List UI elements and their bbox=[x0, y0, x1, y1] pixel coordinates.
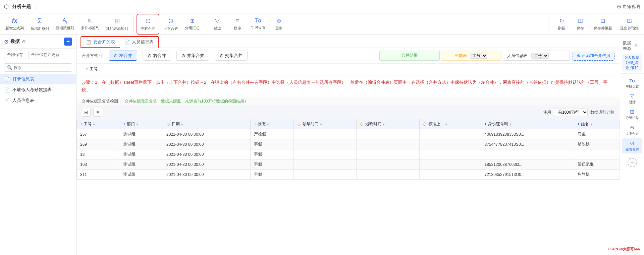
save-update-button[interactable]: ⊡ 保存并更新 bbox=[591, 15, 615, 33]
datasource-item[interactable]: XlS 数据处理_考勤招聘2 bbox=[622, 54, 642, 71]
rs-group-summary[interactable]: ⊞ 分组汇总 bbox=[622, 107, 642, 122]
content-area: 📋 要合并的表 📄 人员信息表 合并方式 ⓘ ⊙ 左合并 bbox=[76, 35, 620, 255]
csdn-watermark: CSDN @大强哥666 bbox=[608, 247, 640, 252]
add-dependency-button[interactable]: ⊕ ⊕ 添加合并依据 bbox=[573, 51, 614, 61]
personnel-table-select[interactable]: 工号 bbox=[531, 53, 549, 59]
save-all-button[interactable]: 全部保存 bbox=[4, 51, 26, 59]
right-merge-button[interactable]: ⊙ 右合并 bbox=[143, 51, 171, 61]
rs-filter[interactable]: ▽ 过滤 bbox=[622, 91, 642, 106]
intersect-merge-button[interactable]: ⊙ 交集合并 bbox=[215, 51, 248, 61]
more-button[interactable]: ☺ 更多 bbox=[270, 15, 288, 33]
top-bar-left: ⬡ 分析主题 ⋮ bbox=[4, 3, 40, 10]
merge-lr-button[interactable]: ⊙ 左右合并 bbox=[138, 15, 158, 33]
table-icon-2: 📄 bbox=[4, 87, 10, 92]
filter-icon-6[interactable]: ▾ bbox=[383, 122, 385, 127]
filter-icon-3[interactable]: ▾ bbox=[181, 122, 183, 127]
search-icon: 🔍 bbox=[7, 65, 12, 70]
grid-view-button[interactable]: ⊞ bbox=[82, 108, 91, 117]
add-summary-button[interactable]: Σ 新增汇总列 bbox=[28, 15, 52, 33]
exit-preview-button[interactable]: ⊡ 退出并预览 bbox=[618, 15, 641, 33]
add-step-button[interactable]: + bbox=[628, 158, 637, 167]
add-other-table-button[interactable]: ⊞ 其他表添加列 bbox=[103, 15, 131, 33]
toolbar-divider-1 bbox=[133, 17, 134, 31]
sigma-icon: Σ bbox=[38, 17, 42, 25]
merge-mode-label: 合并方式 ⓘ bbox=[82, 53, 103, 59]
tab-personnel-info[interactable]: 📄 人员信息表 bbox=[120, 37, 158, 48]
sidebar-item-holiday[interactable]: 📄 不请假人考勤数据表 bbox=[0, 84, 76, 95]
lineage-icon[interactable]: ⊛ 血缘视图 bbox=[617, 3, 640, 10]
field-settings-button[interactable]: To 字段设置 bbox=[248, 15, 268, 33]
current-table-header: 当前表 工号 bbox=[441, 51, 501, 61]
exit-preview-icon: ⊡ bbox=[627, 17, 632, 24]
sidebar-item-personnel[interactable]: 📄 人员信息表 bbox=[0, 95, 76, 106]
add-data-button[interactable]: + bbox=[64, 38, 72, 46]
toolbar-right: ↻ 刷新 ⊡ 保存 ⊡ 保存并更新 ⊡ 退出并预览 bbox=[548, 15, 641, 33]
tab-row: 📋 要合并的表 📄 人员信息表 bbox=[76, 35, 620, 48]
add-dep-area: 合并结果 当前表 工号 人员信息表 工号 bbox=[379, 51, 614, 61]
field-settings-icon: To bbox=[255, 18, 261, 24]
col-header-zui-zao: ⏱ 最早时间 ▾ bbox=[293, 119, 357, 129]
rs-merge-tb[interactable]: ⊖ 上下合并 bbox=[622, 123, 642, 138]
sidebar-title-group: ⊙ 数据 ⊙ bbox=[4, 39, 26, 45]
rs-merge-lr[interactable]: ⊙ 左右合并 bbox=[622, 138, 642, 153]
filter-icon-7[interactable]: ▾ bbox=[445, 122, 447, 127]
datasource-add-icon[interactable]: + bbox=[639, 43, 641, 49]
table-toolbar-left: ⊞ ≡ bbox=[82, 108, 102, 117]
table-row: 311 测试组 2021-04-30 00:00:00 事假 721303527… bbox=[77, 170, 620, 180]
add-dep-icon: ⊕ bbox=[577, 53, 580, 58]
rs-merge-lr-icon: ⊙ bbox=[630, 140, 634, 146]
union-merge-button[interactable]: ⊙ 并集合并 bbox=[176, 51, 209, 61]
time-icon-4: ⏱ bbox=[423, 122, 427, 127]
merge-tb-button[interactable]: ⊖ 上下合并 bbox=[161, 15, 181, 33]
tab-want-merge[interactable]: 📋 要合并的表 bbox=[81, 37, 120, 48]
table-icon-1: 📄 bbox=[4, 76, 10, 82]
search-bar[interactable]: 🔍 bbox=[4, 63, 72, 72]
toolbar-divider-2 bbox=[205, 17, 205, 31]
sort-button[interactable]: ≡ 排序 bbox=[228, 15, 247, 33]
datasource-settings-icon[interactable]: ↺ bbox=[633, 43, 637, 49]
table-header-row: T 工号 ▾ T 部门 ▾ bbox=[77, 119, 620, 129]
col-header-biao-zhun: ⏱ 标准上... ▾ bbox=[419, 119, 481, 129]
formula-icon: fx bbox=[12, 17, 17, 24]
right-merge-icon: ⊙ bbox=[148, 53, 152, 58]
filter-icon-2[interactable]: ▾ bbox=[136, 122, 138, 127]
left-merge-button[interactable]: ⊙ 左合并 bbox=[109, 51, 137, 61]
merge-editor: 📋 要合并的表 📄 人员信息表 合并方式 ⓘ ⊙ 左合并 bbox=[76, 35, 620, 75]
merge-config-row: 合并方式 ⓘ ⊙ 左合并 ⊙ 右合并 ⊙ 并集合并 ⊙ 交集合并 bbox=[76, 48, 620, 64]
filter-icon-4[interactable]: ▾ bbox=[267, 122, 269, 127]
right-sidebar: 数据来源 ↺ + XlS 数据处理_考勤招聘2 To 字段设置 ▽ 过滤 ⊞ 分… bbox=[620, 35, 644, 255]
group-summary-button[interactable]: ⊞ 分组汇总 bbox=[182, 15, 202, 33]
exit-icon[interactable]: ⬡ bbox=[4, 3, 9, 10]
save-all-update-button[interactable]: 全部保存并更新 bbox=[28, 51, 62, 59]
sidebar-item-dakai[interactable]: 📄 打卡信息表 bbox=[0, 74, 76, 84]
current-table-select[interactable]: 工号 bbox=[470, 53, 487, 59]
filter-icon-5[interactable]: ▾ bbox=[320, 122, 322, 127]
top-bar-right: ⊛ 血缘视图 bbox=[617, 3, 640, 10]
add-rank-button[interactable]: Ar 新增赋值列 bbox=[53, 15, 77, 33]
filter-icon-8[interactable]: ▾ bbox=[509, 122, 512, 127]
left-merge-icon: ⊙ bbox=[114, 53, 118, 58]
rs-field-settings[interactable]: To 字段设置 bbox=[622, 76, 642, 90]
refresh-button[interactable]: ↻ 刷新 bbox=[553, 15, 570, 33]
search-input[interactable] bbox=[14, 65, 69, 70]
save-button[interactable]: ⊡ 保存 bbox=[572, 15, 588, 33]
page-view-button[interactable]: ≡ bbox=[93, 108, 102, 117]
add-formula-button[interactable]: fx 新增公式列 bbox=[3, 15, 26, 33]
filter-icon-9[interactable]: ▾ bbox=[590, 122, 592, 127]
sidebar: ⊙ 数据 ⊙ + 全部保存 全部保存并更新 🔍 📄 打卡信息表 📄 不请假人考勤… bbox=[0, 35, 76, 255]
filter-icon-1[interactable]: ▾ bbox=[93, 122, 95, 127]
table-icon-3: 📄 bbox=[4, 98, 10, 103]
more-icon[interactable]: ⋮ bbox=[34, 3, 40, 10]
time-icon-3: ⏱ bbox=[360, 122, 364, 127]
datasource-section: 数据来源 ↺ + XlS 数据处理_考勤招聘2 bbox=[620, 38, 644, 74]
instructions: 步骤：1、在（数据）sheet页栏目下，点击（上下合并）按钮→2、在弹出的（左右… bbox=[76, 75, 620, 97]
filter-button[interactable]: ▽ 过滤 bbox=[208, 15, 227, 33]
rows-select[interactable]: 前1000万行 bbox=[554, 109, 588, 116]
toolbar-divider-3 bbox=[549, 17, 549, 31]
sidebar-settings-icon[interactable]: ⊙ bbox=[22, 39, 26, 44]
sort-icon: ≡ bbox=[236, 17, 239, 24]
save-icon: ⊡ bbox=[578, 17, 583, 24]
add-condition-tag-button[interactable]: ≡F 条件标签列 bbox=[78, 15, 102, 33]
rank-icon: Ar bbox=[62, 17, 67, 24]
info-icon[interactable]: ⓘ bbox=[99, 53, 103, 59]
